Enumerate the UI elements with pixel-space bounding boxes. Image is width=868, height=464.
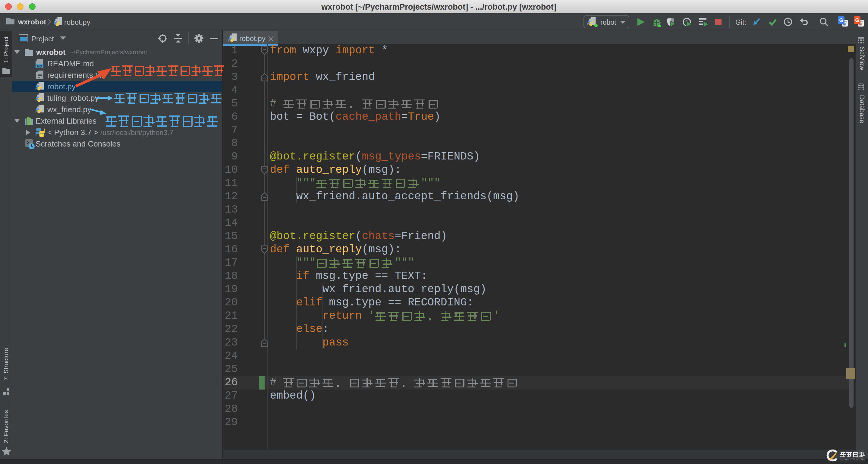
svg-text:MD: MD — [37, 64, 42, 68]
svg-text:G: G — [855, 18, 859, 23]
svg-text:G: G — [839, 18, 843, 23]
